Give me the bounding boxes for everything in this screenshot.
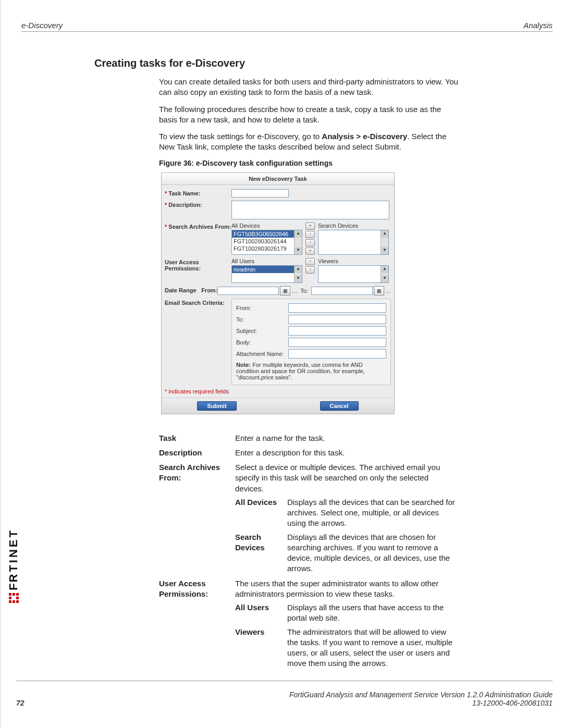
search-devices-list[interactable]: ▲▼ xyxy=(318,230,389,255)
required-note: * indicates required fields xyxy=(165,388,391,394)
def-alldev-term: All Devices xyxy=(235,497,287,529)
search-devices-title: Search Devices xyxy=(318,223,389,229)
def-alldev-body: Displays all the devices that can be sea… xyxy=(287,497,459,529)
label-user-access: User Access Permissions: xyxy=(165,258,231,272)
all-users-title: All Users xyxy=(231,258,302,264)
calendar-icon[interactable]: ▦ xyxy=(374,286,384,295)
def-task-term: Task xyxy=(159,433,235,443)
label-date-range: Date Range xyxy=(165,287,197,293)
def-sd-term: Search Devices xyxy=(235,532,287,574)
calendar-icon[interactable]: ▦ xyxy=(280,286,290,295)
def-uap-body: The users that the super administrator w… xyxy=(235,578,459,600)
scroll-up-icon[interactable]: ▲ xyxy=(381,266,388,273)
esc-from-input[interactable] xyxy=(288,303,386,313)
submit-button[interactable]: Submit xyxy=(197,401,236,411)
intro-para-1: You can create detailed tasks for both u… xyxy=(159,77,459,98)
label-esc-subject: Subject: xyxy=(236,328,288,334)
date-to-input[interactable] xyxy=(311,287,373,295)
move-right-button[interactable]: › xyxy=(305,231,315,238)
esc-subject-input[interactable] xyxy=(288,326,386,336)
move-all-right-button[interactable]: » xyxy=(305,223,315,230)
esc-note: Note: For multiple keywords, use comma f… xyxy=(236,362,386,380)
def-au-term: All Users xyxy=(235,602,287,624)
scroll-up-icon[interactable]: ▲ xyxy=(381,230,388,238)
scroll-up-icon[interactable]: ▲ xyxy=(295,266,302,273)
page-title: Creating tasks for e-Discovery xyxy=(94,57,459,69)
list-item[interactable]: noadmin xyxy=(232,266,295,273)
footer-line2: 13-12000-406-20081031 xyxy=(289,699,553,707)
def-task-body: Enter a name for the task. xyxy=(235,433,459,443)
label-esc-to: To: xyxy=(236,316,288,323)
task-name-input[interactable] xyxy=(231,189,289,198)
def-v-body: The administrators that will be allowed … xyxy=(287,627,459,669)
figure-caption: Figure 36: e-Discovery task configuratio… xyxy=(159,159,459,167)
label-esc-attachment: Attachment Name: xyxy=(236,351,288,357)
def-uap-term: User Access Permissions: xyxy=(159,578,235,669)
all-devices-title: All Devices xyxy=(231,223,302,229)
def-au-body: Displays all the users that have access … xyxy=(287,602,459,624)
label-task-name: Task Name: xyxy=(168,190,200,196)
scroll-down-icon[interactable]: ▼ xyxy=(381,275,388,282)
label-esc-from: From: xyxy=(236,305,288,311)
viewers-title: Viewers xyxy=(318,258,389,264)
label-email-search: Email Search Criteria: xyxy=(165,299,231,306)
description-input[interactable] xyxy=(231,201,389,219)
cancel-button[interactable]: Cancel xyxy=(320,401,359,411)
form-title: New eDiscovery Task xyxy=(162,173,394,185)
scroll-up-icon[interactable]: ▲ xyxy=(295,230,302,238)
breadcrumb-right: Analysis xyxy=(523,21,553,30)
label-description: Description: xyxy=(168,202,202,208)
label-esc-body: Body: xyxy=(236,339,288,346)
list-item[interactable]: FGT1002803026179 xyxy=(232,245,295,252)
breadcrumb-left: e-Discovery xyxy=(21,21,63,30)
def-desc-term: Description xyxy=(159,448,235,458)
scroll-down-icon[interactable]: ▼ xyxy=(295,247,302,254)
list-item[interactable]: FGT1002803026144 xyxy=(232,238,295,245)
label-search-archives: Search Archives From: xyxy=(168,224,231,230)
esc-to-input[interactable] xyxy=(288,315,386,324)
move-right-button[interactable]: › xyxy=(305,258,315,265)
fortinet-logo: FRTINET xyxy=(7,528,20,603)
ediscovery-form: New eDiscovery Task * Task Name: * Descr… xyxy=(161,172,395,414)
move-left-button[interactable]: ‹ xyxy=(305,266,315,274)
label-to: To: xyxy=(300,288,308,294)
divider xyxy=(21,31,553,32)
list-item[interactable]: FGT50B3G06502846 xyxy=(232,230,295,238)
intro-para-2: The following procedures describe how to… xyxy=(159,104,459,126)
def-saf-body: Select a device or multiple devices. The… xyxy=(235,462,459,494)
footer-line1: FortiGuard Analysis and Management Servi… xyxy=(289,690,553,699)
esc-body-input[interactable] xyxy=(288,338,386,347)
move-all-left-button[interactable]: « xyxy=(305,248,315,255)
all-users-list[interactable]: noadmin ▲▼ xyxy=(231,265,302,283)
intro-para-3: To view the task settings for e-Discover… xyxy=(159,131,459,153)
page-number: 72 xyxy=(16,699,25,707)
def-saf-term: Search Archives From: xyxy=(159,462,235,574)
def-sd-body: Displays all the devices that are chosen… xyxy=(287,532,459,574)
esc-attachment-input[interactable] xyxy=(288,349,386,359)
label-from: From: xyxy=(201,287,217,293)
date-from-input[interactable] xyxy=(217,287,279,295)
def-desc-body: Enter a description for this task. xyxy=(235,448,459,458)
scroll-down-icon[interactable]: ▼ xyxy=(295,275,302,282)
all-devices-list[interactable]: FGT50B3G06502846 FGT1002803026144 FGT100… xyxy=(231,230,302,255)
def-v-term: Viewers xyxy=(235,627,287,669)
viewers-list[interactable]: ▲▼ xyxy=(318,265,389,283)
move-left-button[interactable]: ‹ xyxy=(305,239,315,246)
footer-divider xyxy=(16,681,553,681)
scroll-down-icon[interactable]: ▼ xyxy=(381,247,388,254)
